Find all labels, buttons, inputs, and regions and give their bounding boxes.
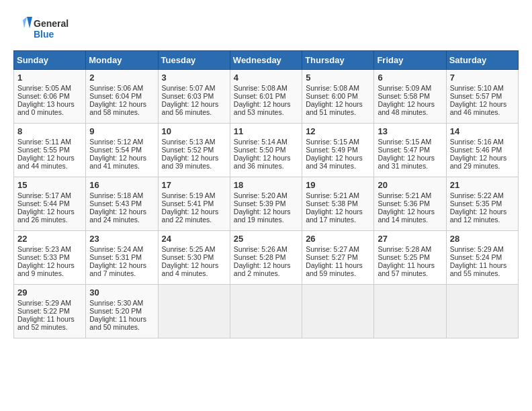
day-info: Sunset: 5:52 PM [162,146,226,154]
day-info: and 48 minutes. [378,108,442,116]
day-info: Sunset: 5:35 PM [450,199,515,208]
day-info: Sunset: 5:38 PM [306,199,370,208]
day-info: Sunrise: 5:28 AM [378,245,442,253]
svg-text:Blue: Blue [34,29,54,40]
day-info: Daylight: 11 hours [89,315,154,323]
day-info: and 4 minutes. [162,269,226,277]
day-info: Sunrise: 5:15 AM [306,138,370,146]
day-number: 2 [89,73,154,83]
day-number: 5 [306,73,370,83]
day-info: and 9 minutes. [17,269,82,277]
logo-svg: General Blue [13,13,74,44]
calendar-cell: 22Sunrise: 5:23 AMSunset: 5:33 PMDayligh… [14,231,86,285]
day-info: Daylight: 12 hours [162,208,226,216]
day-info: and 58 minutes. [89,108,154,116]
calendar-cell: 26Sunrise: 5:27 AMSunset: 5:27 PMDayligh… [302,231,374,285]
day-info: Sunset: 6:03 PM [162,92,226,100]
calendar-cell: 15Sunrise: 5:17 AMSunset: 5:44 PMDayligh… [14,177,86,231]
day-info: Daylight: 12 hours [450,208,515,216]
day-number: 25 [234,234,298,244]
day-number: 26 [306,234,370,244]
day-info: Sunset: 5:39 PM [234,199,298,208]
day-info: Daylight: 12 hours [89,208,154,216]
day-number: 19 [306,180,370,190]
calendar-cell: 24Sunrise: 5:25 AMSunset: 5:30 PMDayligh… [158,231,230,285]
day-info: Sunset: 5:31 PM [89,253,154,261]
page-header: General Blue [13,13,519,44]
col-header-saturday: Saturday [446,51,518,70]
day-info: Sunrise: 5:19 AM [162,191,226,199]
day-info: and 17 minutes. [306,216,370,224]
calendar-cell: 27Sunrise: 5:28 AMSunset: 5:25 PMDayligh… [374,231,446,285]
day-info: Sunrise: 5:09 AM [378,84,442,92]
day-info: Sunset: 6:06 PM [17,92,82,100]
day-info: Sunrise: 5:14 AM [234,138,298,146]
day-info: Sunrise: 5:10 AM [450,84,515,92]
calendar-cell [158,285,230,338]
calendar-cell: 12Sunrise: 5:15 AMSunset: 5:49 PMDayligh… [302,124,374,177]
day-info: Sunrise: 5:23 AM [17,245,82,253]
calendar-cell [230,285,302,338]
day-info: Sunset: 5:20 PM [89,307,154,315]
calendar-week-2: 8Sunrise: 5:11 AMSunset: 5:55 PMDaylight… [14,124,519,177]
day-info: Sunrise: 5:06 AM [89,84,154,92]
day-number: 16 [89,180,154,190]
day-info: Daylight: 12 hours [17,208,82,216]
calendar-cell: 5Sunrise: 5:08 AMSunset: 6:00 PMDaylight… [302,70,374,124]
calendar-cell: 13Sunrise: 5:15 AMSunset: 5:47 PMDayligh… [374,124,446,177]
day-info: and 53 minutes. [234,108,298,116]
day-info: and 50 minutes. [89,323,154,331]
day-info: Sunrise: 5:26 AM [234,245,298,253]
day-info: Sunrise: 5:29 AM [450,245,515,253]
day-info: Daylight: 11 hours [306,261,370,269]
day-number: 12 [306,126,370,136]
day-info: and 19 minutes. [234,216,298,224]
col-header-friday: Friday [374,51,446,70]
day-info: and 29 minutes. [450,162,515,170]
day-number: 14 [450,126,515,136]
calendar-cell: 18Sunrise: 5:20 AMSunset: 5:39 PMDayligh… [230,177,302,231]
day-info: Sunrise: 5:16 AM [450,138,515,146]
calendar-cell: 20Sunrise: 5:21 AMSunset: 5:36 PMDayligh… [374,177,446,231]
day-info: Sunset: 5:57 PM [450,92,515,100]
day-info: Sunset: 5:50 PM [234,146,298,154]
day-info: Daylight: 12 hours [450,100,515,108]
calendar-week-4: 22Sunrise: 5:23 AMSunset: 5:33 PMDayligh… [14,231,519,285]
day-info: Sunrise: 5:08 AM [234,84,298,92]
day-number: 6 [378,73,442,83]
day-info: Sunset: 5:44 PM [17,199,82,208]
day-info: Sunrise: 5:21 AM [306,191,370,199]
day-info: Daylight: 12 hours [89,261,154,269]
day-info: Sunrise: 5:13 AM [162,138,226,146]
day-info: Sunset: 5:47 PM [378,146,442,154]
day-info: Daylight: 12 hours [306,208,370,216]
day-info: and 51 minutes. [306,108,370,116]
calendar-cell: 21Sunrise: 5:22 AMSunset: 5:35 PMDayligh… [446,177,518,231]
day-info: and 26 minutes. [17,216,82,224]
day-info: Sunset: 5:24 PM [450,253,515,261]
day-info: Sunset: 5:41 PM [162,199,226,208]
calendar-cell: 29Sunrise: 5:29 AMSunset: 5:22 PMDayligh… [14,285,86,338]
day-info: and 56 minutes. [162,108,226,116]
day-number: 13 [378,126,442,136]
day-info: Sunrise: 5:05 AM [17,84,82,92]
calendar-cell: 9Sunrise: 5:12 AMSunset: 5:54 PMDaylight… [86,124,158,177]
day-info: Sunrise: 5:25 AM [162,245,226,253]
calendar-cell: 23Sunrise: 5:24 AMSunset: 5:31 PMDayligh… [86,231,158,285]
day-info: Sunset: 5:27 PM [306,253,370,261]
day-info: Daylight: 12 hours [450,154,515,162]
day-info: Sunrise: 5:21 AM [378,191,442,199]
calendar-cell: 16Sunrise: 5:18 AMSunset: 5:43 PMDayligh… [86,177,158,231]
day-info: and 31 minutes. [378,162,442,170]
day-number: 20 [378,180,442,190]
day-info: Daylight: 12 hours [378,100,442,108]
day-number: 24 [162,234,226,244]
day-info: Sunset: 5:49 PM [306,146,370,154]
calendar-cell: 19Sunrise: 5:21 AMSunset: 5:38 PMDayligh… [302,177,374,231]
day-info: and 2 minutes. [234,269,298,277]
day-info: Sunrise: 5:22 AM [450,191,515,199]
day-number: 29 [17,287,82,298]
day-info: Daylight: 12 hours [89,154,154,162]
day-info: Sunset: 5:43 PM [89,199,154,208]
calendar-cell: 4Sunrise: 5:08 AMSunset: 6:01 PMDaylight… [230,70,302,124]
